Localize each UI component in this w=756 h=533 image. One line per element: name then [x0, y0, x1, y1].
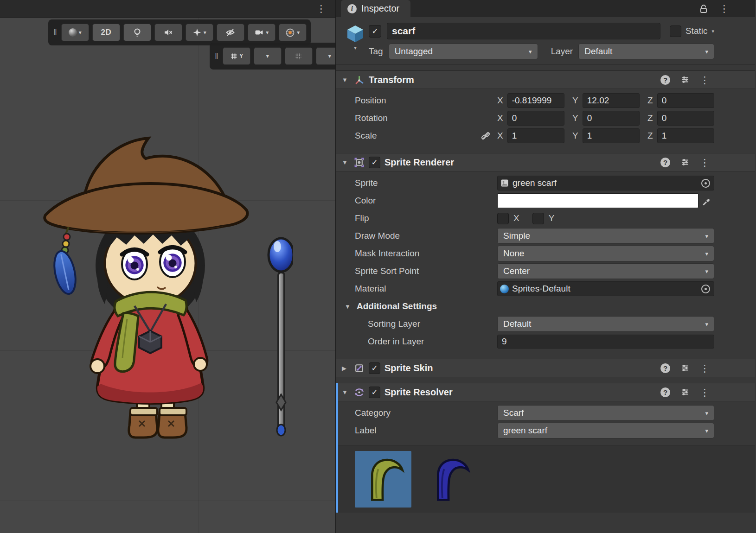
character-body[interactable]	[45, 138, 247, 438]
grid-line	[0, 501, 335, 501]
help-icon[interactable]: ?	[660, 387, 670, 397]
eyedropper-icon[interactable]	[698, 196, 714, 205]
chevron-down-icon: ▾	[700, 410, 708, 417]
order-in-layer-field[interactable]	[497, 335, 714, 349]
component-menu-kebab-icon[interactable]: ⋮	[700, 75, 710, 85]
scene-lighting-button[interactable]	[123, 24, 151, 41]
lock-icon[interactable]	[699, 4, 708, 14]
sorting-layer-dropdown[interactable]: Default ▾	[497, 316, 714, 332]
chevron-down-icon: ▾	[700, 250, 708, 257]
component-menu-kebab-icon[interactable]: ⋮	[700, 363, 710, 373]
chevron-down-icon: ▾	[700, 268, 708, 275]
scene-audio-button[interactable]	[154, 24, 182, 41]
tab-inspector[interactable]: i Inspector	[341, 0, 410, 17]
component-menu-kebab-icon[interactable]: ⋮	[700, 158, 710, 167]
chevron-down-icon: ▾	[700, 427, 708, 434]
flip-x-checkbox[interactable]	[497, 213, 509, 224]
chevron-down-icon: ▾	[266, 30, 269, 35]
component-menu-kebab-icon[interactable]: ⋮	[700, 387, 710, 397]
sprite-resolver-header[interactable]: ▼ ✓ Sprite Resolver ? ⋮	[336, 383, 755, 401]
camera-icon	[254, 28, 264, 37]
inspector-menu-kebab-icon[interactable]: ⋮	[719, 4, 729, 13]
presets-icon[interactable]	[680, 387, 690, 397]
tag-value: Untagged	[395, 46, 433, 57]
order-in-layer-row: Order in Layer	[336, 333, 755, 350]
hidden-objects-button[interactable]	[217, 24, 244, 41]
presets-icon[interactable]	[680, 75, 690, 84]
axis-x-label: X	[497, 131, 503, 141]
color-swatch[interactable]	[497, 193, 698, 208]
help-icon[interactable]: ?	[660, 75, 670, 85]
shading-mode-button[interactable]: ▾	[61, 24, 89, 41]
flip-y-checkbox[interactable]	[532, 213, 544, 224]
rotation-x-field[interactable]	[507, 111, 564, 126]
help-icon[interactable]: ?	[660, 158, 670, 167]
icon-dropdown-caret[interactable]: ▾	[354, 45, 357, 51]
help-icon[interactable]: ?	[660, 363, 670, 373]
foldout-icon[interactable]: ▼	[342, 159, 350, 166]
position-x-field[interactable]	[507, 93, 564, 108]
sprite-skin-header[interactable]: ▶ ✓ Sprite Skin ? ⋮	[336, 359, 755, 377]
flip-x-label: X	[513, 213, 519, 223]
active-checkbox[interactable]: ✓	[369, 25, 381, 38]
foldout-icon[interactable]: ▼	[342, 389, 350, 396]
sprite-variant-green-scarf[interactable]	[355, 451, 411, 508]
staff-sprite[interactable]	[269, 238, 293, 436]
scale-link-icon[interactable]	[481, 131, 491, 141]
static-dropdown-caret[interactable]: ▾	[711, 28, 714, 34]
foldout-icon[interactable]: ▼	[342, 76, 350, 83]
component-enabled-checkbox[interactable]: ✓	[369, 387, 380, 398]
sprite-renderer-header[interactable]: ▼ ✓ Sprite Renderer ? ⋮	[336, 153, 755, 171]
scene-view[interactable]: ⋮ ‖ ▾ 2D	[0, 0, 336, 533]
scene-menu-kebab-icon[interactable]: ⋮	[316, 4, 326, 13]
chevron-down-icon: ▾	[700, 321, 708, 328]
scene-camera-button[interactable]: ▾	[248, 24, 275, 41]
foldout-icon[interactable]: ▼	[345, 303, 352, 310]
material-object-field[interactable]: Sprites-Default	[497, 281, 714, 296]
presets-icon[interactable]	[680, 363, 690, 373]
position-y-field[interactable]	[583, 93, 640, 108]
scale-y-field[interactable]	[583, 128, 640, 143]
2d-toggle-button[interactable]: 2D	[92, 24, 120, 41]
character-sprite[interactable]	[24, 124, 293, 458]
object-picker-icon[interactable]	[701, 179, 710, 188]
category-dropdown[interactable]: Scarf ▾	[497, 405, 714, 421]
additional-settings-foldout[interactable]: ▼ Additional Settings	[336, 298, 755, 315]
transform-header[interactable]: ▼ Transform ? ⋮	[336, 70, 755, 89]
foldout-icon[interactable]: ▶	[342, 365, 350, 372]
component-enabled-checkbox[interactable]: ✓	[369, 362, 380, 374]
sprite-variant-blue-scarf[interactable]	[421, 451, 477, 508]
sprite-label: Sprite	[355, 178, 497, 188]
grid-snap-button[interactable]	[285, 47, 313, 65]
scale-x-field[interactable]	[507, 128, 564, 143]
axis-z-label: Z	[647, 113, 653, 123]
mask-interaction-dropdown[interactable]: None ▾	[497, 246, 714, 261]
layer-dropdown[interactable]: Default ▾	[578, 44, 714, 59]
shaded-sphere-icon	[69, 28, 77, 37]
sort-point-dropdown[interactable]: Center ▾	[497, 263, 714, 279]
prefab-override-bar	[336, 383, 338, 513]
sprite-object-field[interactable]: green scarf	[497, 176, 714, 190]
static-checkbox[interactable]	[670, 25, 681, 37]
presets-icon[interactable]	[680, 158, 690, 167]
toolbar-drag-handle[interactable]: ‖	[53, 27, 57, 38]
mask-interaction-value: None	[503, 248, 524, 259]
gameobject-name-field[interactable]	[387, 23, 660, 39]
grid-axis-button[interactable]: Y	[223, 47, 250, 65]
material-label: Material	[355, 284, 497, 294]
grid-axis-dropdown[interactable]: ▾	[254, 47, 282, 65]
label-dropdown[interactable]: green scarf ▾	[497, 423, 714, 438]
component-enabled-checkbox[interactable]: ✓	[369, 157, 380, 168]
tag-dropdown[interactable]: Untagged ▾	[389, 44, 538, 59]
scale-z-field[interactable]	[657, 128, 714, 143]
draw-mode-dropdown[interactable]: Simple ▾	[497, 228, 714, 244]
rotation-z-field[interactable]	[657, 111, 714, 126]
position-z-field[interactable]	[657, 93, 714, 108]
grid-snap-dropdown[interactable]: ▾	[316, 47, 336, 65]
scene-gizmos-button[interactable]: ▾	[279, 24, 307, 41]
toolbar-drag-handle[interactable]: ‖	[215, 51, 218, 61]
object-picker-icon[interactable]	[701, 285, 710, 293]
component-title: Sprite Renderer	[384, 157, 454, 168]
rotation-y-field[interactable]	[583, 111, 640, 126]
scene-effects-button[interactable]: ▾	[186, 24, 213, 41]
